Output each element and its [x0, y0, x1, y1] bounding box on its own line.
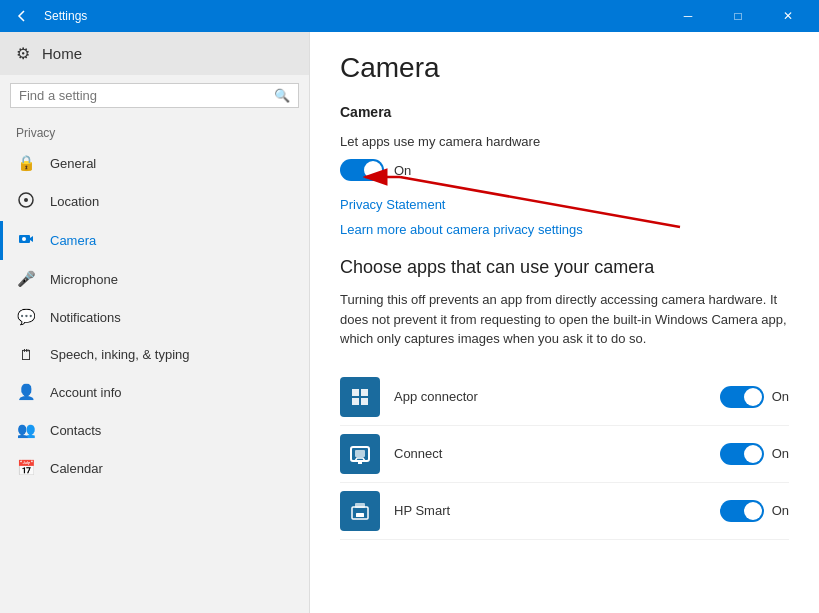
location-icon: [16, 192, 36, 211]
page-title: Camera: [340, 52, 789, 84]
app-connect-toggle-label: On: [772, 446, 789, 461]
home-icon: ⚙: [16, 44, 30, 63]
window-title: Settings: [44, 9, 665, 23]
app-hp-smart-toggle[interactable]: [720, 500, 764, 522]
app-connect-toggle[interactable]: [720, 443, 764, 465]
contacts-icon: 👥: [16, 421, 36, 439]
app-hp-smart-name: HP Smart: [394, 503, 720, 518]
choose-apps-heading: Choose apps that can use your camera: [340, 257, 789, 278]
svg-point-1: [24, 198, 28, 202]
main-layout: ⚙ Home 🔍 Privacy 🔒 General Location: [0, 32, 819, 613]
sidebar-item-account-info[interactable]: 👤 Account info: [0, 373, 309, 411]
account-info-icon: 👤: [16, 383, 36, 401]
microphone-label: Microphone: [50, 272, 118, 287]
notifications-label: Notifications: [50, 310, 121, 325]
app-connector-icon: [340, 377, 380, 417]
contacts-label: Contacts: [50, 423, 101, 438]
svg-rect-10: [355, 450, 365, 457]
svg-rect-12: [355, 503, 365, 508]
sidebar-item-camera[interactable]: Camera: [0, 221, 309, 260]
app-hp-smart-toggle-row: On: [720, 500, 789, 522]
camera-section-title: Camera: [340, 104, 789, 120]
microphone-icon: 🎤: [16, 270, 36, 288]
app-connect-toggle-row: On: [720, 443, 789, 465]
calendar-label: Calendar: [50, 461, 103, 476]
search-box[interactable]: 🔍: [10, 83, 299, 108]
title-bar: Settings ─ □ ✕: [0, 0, 819, 32]
svg-point-4: [22, 237, 26, 241]
home-label: Home: [42, 45, 82, 62]
sidebar-item-calendar[interactable]: 📅 Calendar: [0, 449, 309, 487]
app-hp-smart-icon: [340, 491, 380, 531]
privacy-label: Privacy: [0, 116, 309, 144]
camera-toggle[interactable]: [340, 159, 384, 181]
search-icon: 🔍: [274, 88, 290, 103]
svg-rect-6: [361, 389, 368, 396]
svg-rect-8: [361, 398, 368, 405]
account-info-label: Account info: [50, 385, 122, 400]
notifications-icon: 💬: [16, 308, 36, 326]
sidebar-item-notifications[interactable]: 💬 Notifications: [0, 298, 309, 336]
svg-rect-5: [352, 389, 359, 396]
sidebar-item-home[interactable]: ⚙ Home: [0, 32, 309, 75]
general-label: General: [50, 156, 96, 171]
privacy-statement-link[interactable]: Privacy Statement: [340, 197, 789, 212]
camera-toggle-label: On: [394, 163, 411, 178]
sidebar-item-general[interactable]: 🔒 General: [0, 144, 309, 182]
camera-label: Camera: [50, 233, 96, 248]
choose-apps-description: Turning this off prevents an app from di…: [340, 290, 789, 349]
toggle-description: Let apps use my camera hardware: [340, 134, 789, 149]
app-connector-toggle[interactable]: [720, 386, 764, 408]
calendar-icon: 📅: [16, 459, 36, 477]
sidebar-item-speech[interactable]: 🗒 Speech, inking, & typing: [0, 336, 309, 373]
svg-rect-13: [356, 513, 364, 517]
svg-marker-3: [30, 236, 33, 242]
back-button[interactable]: [8, 2, 36, 30]
app-hp-smart-toggle-label: On: [772, 503, 789, 518]
app-connector-toggle-row: On: [720, 386, 789, 408]
app-connect-icon: [340, 434, 380, 474]
app-connect-name: Connect: [394, 446, 720, 461]
camera-toggle-row: On: [340, 159, 789, 181]
search-input[interactable]: [19, 88, 274, 103]
restore-button[interactable]: □: [715, 0, 761, 32]
app-row-connect: Connect On: [340, 426, 789, 483]
minimize-button[interactable]: ─: [665, 0, 711, 32]
app-connector-name: App connector: [394, 389, 720, 404]
app-connector-toggle-label: On: [772, 389, 789, 404]
app-row-hp-smart: HP Smart On: [340, 483, 789, 540]
location-label: Location: [50, 194, 99, 209]
close-button[interactable]: ✕: [765, 0, 811, 32]
camera-icon: [16, 231, 36, 250]
app-row-connector: App connector On: [340, 369, 789, 426]
general-icon: 🔒: [16, 154, 36, 172]
svg-rect-7: [352, 398, 359, 405]
sidebar-item-location[interactable]: Location: [0, 182, 309, 221]
window-controls: ─ □ ✕: [665, 0, 811, 32]
content-area: Camera Camera Let apps use my camera har…: [310, 32, 819, 613]
learn-more-link[interactable]: Learn more about camera privacy settings: [340, 222, 789, 237]
sidebar-item-contacts[interactable]: 👥 Contacts: [0, 411, 309, 449]
sidebar-item-microphone[interactable]: 🎤 Microphone: [0, 260, 309, 298]
sidebar: ⚙ Home 🔍 Privacy 🔒 General Location: [0, 32, 310, 613]
speech-icon: 🗒: [16, 346, 36, 363]
speech-label: Speech, inking, & typing: [50, 347, 189, 362]
